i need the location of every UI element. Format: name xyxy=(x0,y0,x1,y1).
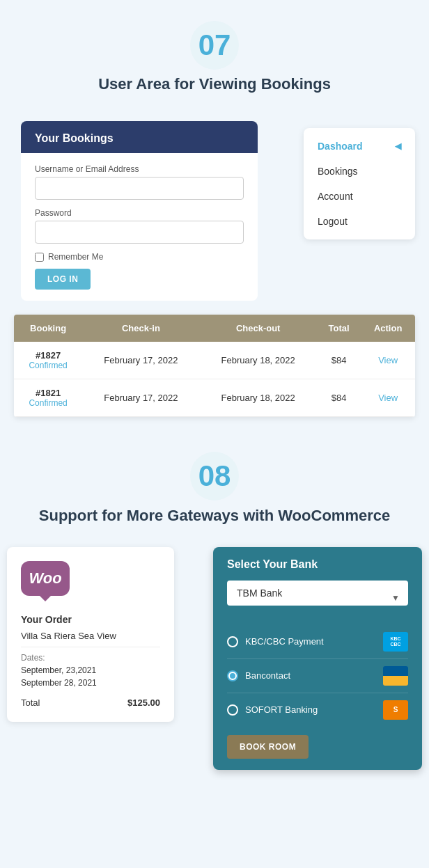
bancontact-logo-icon xyxy=(383,666,408,686)
nav-arrow-icon: ◀ xyxy=(395,141,401,151)
checkout-cell: February 18, 2022 xyxy=(200,379,317,417)
checkin-cell: February 17, 2022 xyxy=(82,342,199,379)
nav-menu: Dashoard ◀ Bookings Account Logout xyxy=(304,128,415,239)
booking-area: Your Bookings Username or Email Address … xyxy=(0,107,429,315)
col-checkout: Check-out xyxy=(200,315,317,342)
nav-item-dashboard-label: Dashoard xyxy=(318,141,363,152)
gateway-area: Woo Your Order Villa Sa Riera Sea View D… xyxy=(0,533,429,750)
checkin-cell: February 17, 2022 xyxy=(82,379,199,417)
sofort-label: SOFORT Banking xyxy=(245,704,318,715)
total-amount: $125.00 xyxy=(127,697,160,708)
booking-card-header: Your Bookings xyxy=(21,121,258,153)
order-property: Villa Sa Riera Sea View xyxy=(21,631,160,647)
booking-id-cell: #1827 Confirmed xyxy=(14,342,82,379)
section-08: 08 Support for More Gateways with WooCom… xyxy=(0,438,429,533)
action-cell: View xyxy=(361,379,415,417)
booking-id: #1821 xyxy=(20,388,77,398)
total-cell: $84 xyxy=(317,379,361,417)
remember-label: Remember Me xyxy=(48,252,103,262)
remember-checkbox[interactable] xyxy=(35,253,44,262)
total-row: Total $125.00 xyxy=(21,697,160,708)
bank-card-title: Select Your Bank xyxy=(227,558,408,571)
nav-item-bookings[interactable]: Bookings xyxy=(304,159,415,184)
bank-option-sofort[interactable]: SOFORT Banking S xyxy=(227,693,408,727)
woo-logo: Woo xyxy=(21,561,70,596)
booking-status: Confirmed xyxy=(20,361,77,370)
section-title-08: Support for More Gateways with WooCommer… xyxy=(14,506,415,526)
nav-item-logout-label: Logout xyxy=(318,216,348,227)
section-07: 07 User Area for Viewing Bookings xyxy=(0,0,429,107)
booking-card-title: Your Bookings xyxy=(35,132,114,144)
section-number: 07 xyxy=(198,29,231,62)
bank-option-bancontact-left: Bancontact xyxy=(227,670,290,681)
password-input[interactable] xyxy=(35,221,244,244)
section-title: User Area for Viewing Bookings xyxy=(14,75,415,93)
dates-value: September, 23,2021September 28, 2021 xyxy=(21,664,160,689)
sofort-radio xyxy=(227,704,238,716)
username-input[interactable] xyxy=(35,177,244,200)
bookings-table-wrapper: Booking Check-in Check-out Total Action … xyxy=(14,315,415,417)
bank-dropdown-wrapper: TBM Bank xyxy=(227,581,408,615)
woo-text: Woo xyxy=(29,569,61,587)
view-link[interactable]: View xyxy=(378,393,398,403)
login-form: Username or Email Address Password Remem… xyxy=(21,153,258,301)
kbc-radio xyxy=(227,636,238,647)
woo-card: Woo Your Order Villa Sa Riera Sea View D… xyxy=(7,547,174,722)
bookings-table: Booking Check-in Check-out Total Action … xyxy=(14,315,415,417)
password-label: Password xyxy=(35,208,244,218)
login-button[interactable]: LOG IN xyxy=(35,269,91,290)
table-row: #1827 Confirmed February 17, 2022 Februa… xyxy=(14,342,415,379)
booking-status: Confirmed xyxy=(20,398,77,408)
section-number-bubble-08: 08 xyxy=(190,452,239,500)
username-label: Username or Email Address xyxy=(35,164,244,174)
bank-option-kbc-left: KBC/CBC Payment xyxy=(227,636,324,647)
bancontact-label: Bancontact xyxy=(245,670,290,681)
bancontact-radio xyxy=(227,670,238,681)
col-booking: Booking xyxy=(14,315,82,342)
sofort-logo-icon: S xyxy=(383,700,408,720)
book-room-button[interactable]: BOOK ROOM xyxy=(227,735,309,759)
bank-dropdown[interactable]: TBM Bank xyxy=(227,581,408,606)
section-number-08: 08 xyxy=(198,459,231,493)
bank-option-bancontact[interactable]: Bancontact xyxy=(227,659,408,693)
table-row: #1821 Confirmed February 17, 2022 Februa… xyxy=(14,379,415,417)
booking-id-cell: #1821 Confirmed xyxy=(14,379,82,417)
col-checkin: Check-in xyxy=(82,315,199,342)
col-action: Action xyxy=(361,315,415,342)
section-number-bubble: 07 xyxy=(190,21,239,70)
col-total: Total xyxy=(317,315,361,342)
checkout-cell: February 18, 2022 xyxy=(200,342,317,379)
nav-item-account-label: Account xyxy=(318,191,353,202)
total-cell: $84 xyxy=(317,342,361,379)
nav-item-logout[interactable]: Logout xyxy=(304,209,415,234)
nav-item-bookings-label: Bookings xyxy=(318,166,358,177)
total-label: Total xyxy=(21,697,40,708)
order-title: Your Order xyxy=(21,614,160,625)
bank-card: Select Your Bank TBM Bank KBC/CBC Paymen… xyxy=(213,547,422,770)
view-link[interactable]: View xyxy=(378,355,398,365)
kbc-label: KBC/CBC Payment xyxy=(245,636,324,647)
dates-label: Dates: xyxy=(21,653,160,663)
nav-item-dashboard[interactable]: Dashoard ◀ xyxy=(304,134,415,159)
nav-item-account[interactable]: Account xyxy=(304,184,415,209)
bank-option-kbc[interactable]: KBC/CBC Payment KBCCBC xyxy=(227,625,408,659)
booking-form-container: Your Bookings Username or Email Address … xyxy=(21,121,258,301)
kbc-logo-icon: KBCCBC xyxy=(383,632,408,652)
bank-option-sofort-left: SOFORT Banking xyxy=(227,704,318,716)
remember-row: Remember Me xyxy=(35,252,244,262)
booking-id: #1827 xyxy=(20,350,77,361)
action-cell: View xyxy=(361,342,415,379)
